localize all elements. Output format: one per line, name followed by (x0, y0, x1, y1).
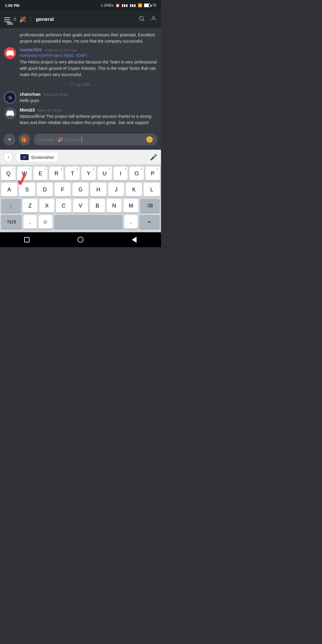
key-d[interactable]: D (37, 183, 53, 196)
svg-text:N: N (9, 95, 12, 100)
key-u[interactable]: 7U (97, 167, 112, 180)
svg-point-0 (140, 16, 143, 20)
key-i[interactable]: 8I (114, 167, 128, 180)
message-input-field[interactable]: Message #🎉 | general 😊 (33, 134, 157, 145)
autocomplete-bar: › ▦ Screenshot 🎤 (0, 150, 161, 164)
message-header-chanchan: chanchan Today at 6:18 am (20, 92, 157, 97)
svg-point-2 (152, 16, 154, 18)
message-text-chanchan: Hello guys (20, 97, 157, 104)
home-button[interactable] (76, 235, 85, 244)
keyboard-row-2: A S D F G H J K L (1, 183, 160, 196)
key-r[interactable]: 4R (49, 167, 64, 180)
date-divider-text: 27 Apr 2022 (71, 83, 90, 87)
key-t[interactable]: 5T (65, 167, 80, 180)
chat-area: professionals achieves their goals and i… (0, 28, 161, 131)
key-g[interactable]: G (72, 183, 89, 196)
date-divider: 27 Apr 2022 (0, 80, 161, 90)
text-cursor (82, 137, 82, 142)
message-group-master520: master520 Yesterday at 10:44 pm #defiyie… (0, 45, 161, 80)
wifi-icon: 📶 (138, 3, 142, 7)
gift-button[interactable]: 🎁 (18, 134, 30, 145)
channel-name: general (36, 16, 54, 22)
divider-line-right (93, 85, 157, 85)
key-x[interactable]: X (39, 199, 54, 213)
message-content-chanchan: chanchan Today at 6:18 am Hello guys (20, 92, 157, 104)
key-c[interactable]: C (56, 199, 71, 213)
key-p[interactable]: 0P (145, 167, 160, 180)
mic-button[interactable]: 🎤 (150, 154, 157, 161)
key-o[interactable]: 9O (129, 167, 144, 180)
navigation-bar (0, 232, 161, 247)
emoji-button[interactable]: 😊 (146, 136, 153, 143)
home-icon (78, 237, 83, 243)
search-button[interactable] (138, 15, 145, 23)
key-comma[interactable]: , (24, 215, 37, 229)
key-enter[interactable]: ↵ (139, 215, 160, 229)
key-shift[interactable]: ⇧ (1, 199, 21, 213)
message-content-mimi23: Mimi23 Today at 1:06 pm Mplazaofficial T… (20, 107, 157, 126)
key-q[interactable]: 1Q (1, 167, 16, 180)
key-z[interactable]: Z (23, 199, 38, 213)
message-text: professionals achieves their goals and i… (20, 32, 157, 44)
timestamp-master520: Yesterday at 10:44 pm (44, 48, 77, 52)
screenshot-thumbnail: ▦ (20, 154, 29, 160)
message-content-master520: master520 Yesterday at 10:44 pm #defiyie… (20, 47, 157, 78)
message-text-mimi23: Mplazaofficial This project will achieve… (20, 113, 157, 126)
back-button[interactable] (130, 235, 139, 244)
hash-icon: # (13, 16, 16, 23)
battery-icon (144, 4, 151, 7)
key-backspace[interactable]: ⌫ (140, 199, 160, 213)
key-k[interactable]: K (126, 183, 142, 196)
battery-percent: 79 (152, 3, 156, 7)
key-y[interactable]: 6Y (81, 167, 96, 180)
username-chanchan: chanchan (20, 92, 41, 97)
username-mimi23: Mimi23 (20, 107, 35, 112)
message-header-master520: master520 Yesterday at 10:44 pm (20, 47, 157, 52)
notification-badge: 3252 (6, 22, 12, 23)
key-emoji[interactable]: ☺ (38, 215, 52, 229)
key-s[interactable]: S (19, 183, 35, 196)
signal2-icon: ▮▮▮ (130, 3, 136, 7)
autocomplete-expand-button[interactable]: › (4, 152, 13, 162)
key-h[interactable]: H (90, 183, 106, 196)
key-period[interactable]: . (124, 215, 137, 229)
header-divider (31, 16, 31, 23)
message-group-chanchan: N chanchan Today at 6:18 am Hello guys (0, 90, 161, 106)
recent-apps-icon (24, 237, 30, 242)
avatar-chanchan: N (4, 92, 16, 103)
key-j[interactable]: J (108, 183, 124, 196)
key-n[interactable]: N (107, 199, 122, 213)
key-space[interactable] (54, 215, 123, 229)
message-continued-1: professionals achieves their goals and i… (0, 31, 161, 45)
profile-button[interactable] (150, 15, 157, 23)
message-header-mimi23: Mimi23 Today at 1:06 pm (20, 107, 157, 112)
keyboard-row-4: ?123 , ☺ . ↵ (1, 215, 160, 229)
status-right: 1.1KB/s ⏰ ▮▮▮ ▮▮▮ 📶 79 (101, 3, 156, 7)
keyboard-row-1: 1Q 2W 3E 4R 5T 6Y 7U 8I 9O 0P (1, 167, 160, 180)
alarm-icon: ⏰ (115, 3, 120, 7)
channel-emoji: 🎉 (19, 16, 26, 23)
avatar-mimi23 (4, 107, 16, 119)
menu-button[interactable]: 3252 (4, 17, 10, 21)
timestamp-mimi23: Today at 1:06 pm (37, 109, 62, 112)
autocomplete-suggestion[interactable]: ▦ Screenshot (16, 152, 58, 162)
plus-icon: + (8, 136, 12, 143)
status-bar: 1:06 PM 1.1KB/s ⏰ ▮▮▮ ▮▮▮ 📶 79 (0, 0, 161, 11)
username-master520: master520 (20, 47, 42, 52)
message-placeholder: Message #🎉 | general (38, 137, 144, 142)
header-right (138, 15, 157, 23)
signal-icon: ▮▮▮ (122, 3, 128, 7)
recent-apps-button[interactable] (22, 235, 31, 244)
divider-line-left (4, 85, 68, 85)
key-l[interactable]: L (144, 183, 160, 196)
key-m[interactable]: M (123, 199, 138, 213)
message-input-area: + 🎁 Message #🎉 | general 😊 (0, 131, 161, 150)
key-f[interactable]: F (55, 183, 71, 196)
add-attachment-button[interactable]: + (4, 134, 16, 145)
key-b[interactable]: B (90, 199, 105, 213)
key-numbers[interactable]: ?123 (1, 215, 22, 229)
key-e[interactable]: 3E (33, 167, 48, 180)
key-v[interactable]: V (73, 199, 88, 213)
key-a[interactable]: A (1, 183, 17, 196)
key-w[interactable]: 2W (17, 167, 32, 180)
